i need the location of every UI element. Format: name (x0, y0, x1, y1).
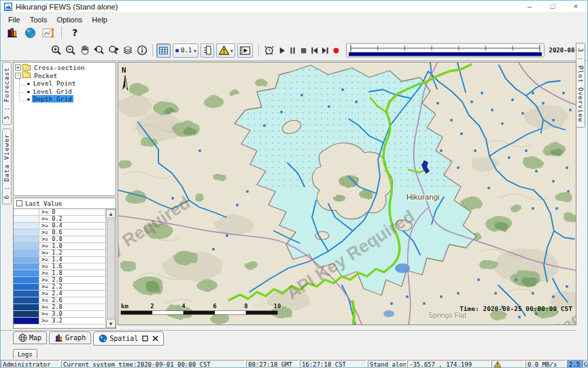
thresholds-dropdown[interactable]: ▼ (216, 43, 235, 58)
tab-spatial[interactable]: Spatial (93, 331, 164, 346)
svg-text:2: 2 (150, 303, 154, 310)
animation-button[interactable] (237, 43, 253, 58)
zoom-next-button[interactable] (106, 43, 120, 58)
menu-file[interactable]: File (3, 15, 25, 24)
tree-item[interactable]: ●Level Point (15, 79, 116, 88)
scroll-up-icon[interactable]: ▲ (106, 209, 116, 218)
svg-text:10: 10 (274, 303, 281, 310)
pause-icon (288, 46, 297, 55)
minimize-button[interactable]: – (518, 1, 541, 12)
zoom-previous-button[interactable] (92, 43, 106, 58)
time-control-button[interactable] (262, 43, 277, 58)
legend-row[interactable]: >= 3.2 (14, 318, 105, 325)
tab-data-viewer[interactable]: 6 : Data Viewer (2, 128, 12, 204)
legend-scrollbar[interactable]: ▲ ▼ (105, 209, 116, 328)
pan-button[interactable] (77, 43, 92, 58)
map-display-button[interactable] (23, 26, 37, 40)
pause-button[interactable] (288, 43, 298, 58)
status-memory: 2.5 GB (567, 360, 588, 368)
expand-icon[interactable]: + (15, 65, 21, 71)
go-to-start-button[interactable] (309, 43, 320, 58)
svg-text:8: 8 (244, 303, 247, 310)
tree-item-label: Level Point (32, 79, 77, 87)
legend-header: Last Value (14, 198, 116, 209)
tree-item[interactable]: -Pocket (15, 72, 116, 80)
menu-help[interactable]: Help (87, 15, 112, 24)
legend-label: >= 2.4 (39, 291, 63, 297)
scale-bar-button[interactable] (201, 43, 214, 58)
legend-swatch (14, 291, 39, 297)
tree-item-label: Depth Grid (32, 95, 73, 103)
info-icon (136, 44, 148, 56)
legend-swatch (14, 277, 39, 283)
status-user: Administrator (1, 360, 60, 368)
collapse-icon[interactable]: - (15, 73, 21, 79)
stop-button[interactable] (298, 43, 309, 58)
bar-chart-icon (6, 26, 18, 39)
close-tab-icon[interactable] (152, 335, 158, 342)
legend-swatch (14, 284, 39, 290)
legend-label: >= 2.2 (39, 284, 63, 290)
tree-item[interactable]: ●Level Grid (15, 88, 116, 96)
zoom-in-button[interactable] (49, 43, 63, 58)
zoom-out-button[interactable] (63, 43, 77, 58)
scroll-down-icon[interactable]: ▼ (106, 319, 116, 328)
tab-map-label: Map (29, 334, 41, 342)
tab-graph[interactable]: Graph (49, 331, 91, 344)
bullet-icon: ● (27, 89, 30, 94)
legend-label: >= 3.0 (39, 311, 63, 317)
go-to-end-button[interactable] (320, 43, 331, 58)
time-slider[interactable] (346, 43, 544, 58)
status-warning[interactable] (491, 360, 524, 368)
time-slider-bar[interactable] (349, 52, 542, 56)
layers-button[interactable] (120, 43, 135, 58)
warning-triangle-icon (218, 45, 230, 56)
legend-label: >= 1.2 (39, 250, 63, 256)
legend-label: >= 2.6 (39, 297, 63, 303)
database-display-button[interactable] (5, 26, 19, 40)
tree-connector (19, 86, 27, 93)
zoom-previous-icon (93, 44, 105, 56)
play-icon (277, 46, 286, 55)
status-mode: Stand alone (368, 360, 406, 368)
left-tab-strip: 5 : Forecast 6 : Data Viewer (1, 62, 13, 329)
layers-icon (122, 44, 134, 56)
map-canvas[interactable]: API Key Required API Key Required API Ke… (118, 62, 576, 325)
help-button[interactable]: ? (72, 27, 77, 38)
menu-bar: File Tools Options Help (1, 14, 587, 25)
maximize-tab-icon[interactable] (142, 335, 148, 342)
tree-item[interactable]: +Cross-section (15, 64, 116, 72)
tab-map[interactable]: Map (13, 331, 47, 344)
legend-label: >= 0.4 (39, 223, 63, 229)
close-button[interactable]: × (564, 1, 587, 12)
legend-swatch (14, 229, 39, 236)
app-icon (4, 3, 12, 11)
map-panel: API Key Required API Key Required API Ke… (118, 62, 576, 325)
status-system-time: Current system time:2020-09-01 00:00 CST (61, 360, 245, 368)
menu-tools[interactable]: Tools (25, 15, 52, 24)
record-button[interactable] (331, 43, 342, 58)
skip-to-start-icon (310, 46, 319, 55)
legend-swatch (14, 311, 39, 317)
fluctuations-button[interactable] (41, 26, 56, 40)
tab-plot-overview[interactable]: 3 : Plot Overview (576, 43, 585, 128)
grid-display-threshold-dropdown[interactable]: 0.1 ▼ (173, 43, 198, 58)
legend-swatch (14, 263, 39, 270)
status-network-rate: 0.0 MB/s (525, 360, 566, 368)
tree-connector (19, 79, 27, 86)
tree-item[interactable]: ●Depth Grid (15, 95, 116, 103)
tab-forecast[interactable]: 5 : Forecast (2, 62, 12, 125)
play-button[interactable] (277, 43, 288, 58)
info-button[interactable] (135, 43, 149, 58)
legend-label: >= 0 (39, 209, 55, 215)
scrollbar-thumb[interactable] (107, 219, 115, 318)
grid-display-button[interactable] (156, 43, 171, 58)
scale-unit-label: km (121, 303, 128, 310)
legend-swatch (14, 257, 39, 263)
stop-icon (299, 46, 308, 55)
last-value-checkbox[interactable] (16, 200, 22, 206)
movie-player-icon (239, 45, 251, 56)
maximize-button[interactable]: □ (541, 1, 564, 12)
menu-options[interactable]: Options (52, 15, 87, 24)
chevron-down-icon: ▼ (230, 48, 233, 53)
